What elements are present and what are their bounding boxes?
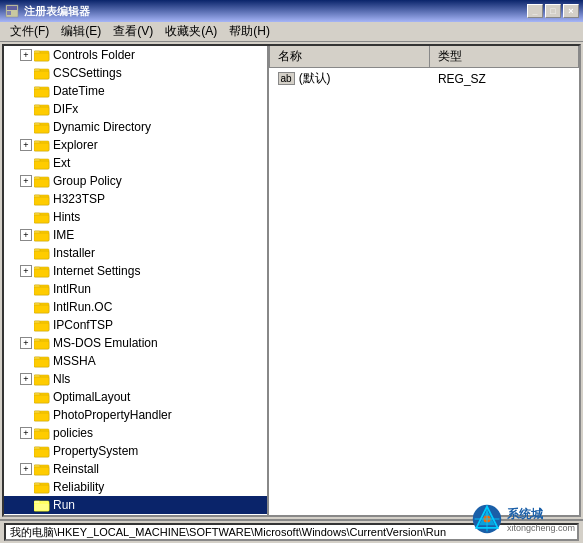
svg-rect-62 — [34, 395, 49, 403]
watermark-logo-icon — [471, 503, 503, 535]
folder-icon-controls-folder — [34, 47, 50, 63]
svg-rect-11 — [34, 89, 49, 97]
registry-tree[interactable]: + Controls Folder CSCSettings DateTime D… — [4, 46, 269, 515]
tree-item-explorer[interactable]: + Explorer — [4, 136, 267, 154]
tree-item-propertysystem[interactable]: PropertySystem — [4, 442, 267, 460]
tree-label-run: Run — [53, 498, 75, 512]
tree-item-mssha[interactable]: MSSHA — [4, 352, 267, 370]
tree-item-run[interactable]: Run — [4, 496, 267, 514]
tree-label-datetime: DateTime — [53, 84, 105, 98]
title-bar: 注册表编辑器 _ □ × — [0, 0, 583, 22]
window-title: 注册表编辑器 — [24, 4, 527, 19]
svg-rect-74 — [34, 467, 49, 475]
folder-icon-reinstall — [34, 461, 50, 477]
menu-view[interactable]: 查看(V) — [107, 21, 159, 42]
maximize-button[interactable]: □ — [545, 4, 561, 18]
svg-rect-17 — [34, 125, 49, 133]
tree-label-difx: DIFx — [53, 102, 78, 116]
expand-btn-controls-folder[interactable]: + — [20, 49, 32, 61]
tree-item-reinstall[interactable]: + Reinstall — [4, 460, 267, 478]
minimize-button[interactable]: _ — [527, 4, 543, 18]
tree-item-photopropertyhandler[interactable]: PhotoPropertyHandler — [4, 406, 267, 424]
tree-item-runonce[interactable]: RunOnce — [4, 514, 267, 515]
folder-icon-dynamic-directory — [34, 119, 50, 135]
folder-icon-photopropertyhandler — [34, 407, 50, 423]
tree-item-reliability[interactable]: Reliability — [4, 478, 267, 496]
expand-btn-internet-settings[interactable]: + — [20, 265, 32, 277]
tree-item-cscsettings[interactable]: CSCSettings — [4, 64, 267, 82]
tree-item-intlrun[interactable]: IntlRun — [4, 280, 267, 298]
tree-label-dynamic-directory: Dynamic Directory — [53, 120, 151, 134]
folder-icon-mssha — [34, 353, 50, 369]
tree-item-controls-folder[interactable]: + Controls Folder — [4, 46, 267, 64]
expand-btn-reinstall[interactable]: + — [20, 463, 32, 475]
folder-icon-hints — [34, 209, 50, 225]
value-type-0: REG_SZ — [430, 68, 579, 90]
tree-label-mssha: MSSHA — [53, 354, 96, 368]
svg-rect-56 — [34, 359, 49, 367]
menu-edit[interactable]: 编辑(E) — [55, 21, 107, 42]
tree-label-ms-dos-emulation: MS-DOS Emulation — [53, 336, 158, 350]
expand-spacer-propertysystem — [20, 445, 32, 457]
tree-label-cscsettings: CSCSettings — [53, 66, 122, 80]
tree-item-group-policy[interactable]: + Group Policy — [4, 172, 267, 190]
tree-item-optimallayout[interactable]: OptimalLayout — [4, 388, 267, 406]
tree-label-nls: Nls — [53, 372, 70, 386]
svg-rect-80 — [34, 503, 49, 511]
svg-rect-71 — [34, 449, 49, 457]
app-icon — [4, 3, 20, 19]
tree-item-difx[interactable]: DIFx — [4, 100, 267, 118]
menu-bar: 文件(F) 编辑(E) 查看(V) 收藏夹(A) 帮助(H) — [0, 22, 583, 42]
expand-spacer-hints — [20, 211, 32, 223]
close-button[interactable]: × — [563, 4, 579, 18]
expand-btn-nls[interactable]: + — [20, 373, 32, 385]
tree-item-policies[interactable]: + policies — [4, 424, 267, 442]
registry-values[interactable]: 名称 类型 ab(默认)REG_SZ — [269, 46, 579, 515]
expand-btn-group-policy[interactable]: + — [20, 175, 32, 187]
tree-item-ipconftsp[interactable]: IPConfTSP — [4, 316, 267, 334]
window-controls[interactable]: _ □ × — [527, 4, 579, 18]
expand-spacer-photopropertyhandler — [20, 409, 32, 421]
col-type: 类型 — [430, 46, 579, 68]
tree-label-internet-settings: Internet Settings — [53, 264, 140, 278]
expand-btn-ms-dos-emulation[interactable]: + — [20, 337, 32, 349]
tree-item-dynamic-directory[interactable]: Dynamic Directory — [4, 118, 267, 136]
tree-item-datetime[interactable]: DateTime — [4, 82, 267, 100]
expand-spacer-optimallayout — [20, 391, 32, 403]
expand-btn-ime[interactable]: + — [20, 229, 32, 241]
value-row-0[interactable]: ab(默认)REG_SZ — [270, 68, 579, 90]
expand-spacer-ipconftsp — [20, 319, 32, 331]
svg-rect-14 — [34, 107, 49, 115]
menu-file[interactable]: 文件(F) — [4, 21, 55, 42]
svg-rect-77 — [34, 485, 49, 493]
svg-rect-53 — [34, 341, 49, 349]
folder-icon-nls — [34, 371, 50, 387]
tree-label-ext: Ext — [53, 156, 70, 170]
tree-item-ms-dos-emulation[interactable]: + MS-DOS Emulation — [4, 334, 267, 352]
svg-rect-41 — [34, 269, 49, 277]
expand-btn-explorer[interactable]: + — [20, 139, 32, 151]
menu-help[interactable]: 帮助(H) — [223, 21, 276, 42]
tree-item-installer[interactable]: Installer — [4, 244, 267, 262]
tree-item-ime[interactable]: + IME — [4, 226, 267, 244]
svg-rect-26 — [34, 179, 49, 187]
main-container: + Controls Folder CSCSettings DateTime D… — [0, 42, 583, 519]
values-table: 名称 类型 ab(默认)REG_SZ — [269, 46, 579, 89]
folder-icon-reliability — [34, 479, 50, 495]
tree-label-group-policy: Group Policy — [53, 174, 122, 188]
tree-item-internet-settings[interactable]: + Internet Settings — [4, 262, 267, 280]
expand-btn-policies[interactable]: + — [20, 427, 32, 439]
folder-icon-intlrun-oc — [34, 299, 50, 315]
svg-rect-35 — [34, 233, 49, 241]
tree-item-ext[interactable]: Ext — [4, 154, 267, 172]
tree-item-hints[interactable]: Hints — [4, 208, 267, 226]
tree-item-nls[interactable]: + Nls — [4, 370, 267, 388]
expand-spacer-ext — [20, 157, 32, 169]
folder-icon-explorer — [34, 137, 50, 153]
panes-area: + Controls Folder CSCSettings DateTime D… — [2, 44, 581, 517]
tree-item-intlrun-oc[interactable]: IntlRun.OC — [4, 298, 267, 316]
menu-favorites[interactable]: 收藏夹(A) — [159, 21, 223, 42]
tree-item-h323tsp[interactable]: H323TSP — [4, 190, 267, 208]
tree-label-reinstall: Reinstall — [53, 462, 99, 476]
svg-rect-44 — [34, 287, 49, 295]
